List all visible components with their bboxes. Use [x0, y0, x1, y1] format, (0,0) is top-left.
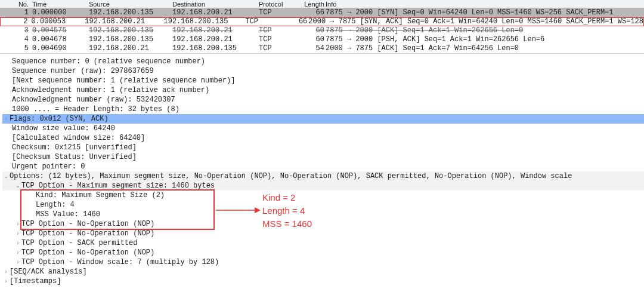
collapse-icon[interactable]: ⌄: [2, 171, 10, 181]
detail-text: Length: 4: [36, 200, 75, 210]
cell-no: 4: [2, 35, 32, 44]
cell-len: 66: [304, 8, 326, 17]
col-length[interactable]: Length: [304, 0, 326, 8]
detail-text: [Next sequence number: 1 (relative seque…: [12, 76, 235, 85]
detail-line[interactable]: › TCP Option - SACK permitted: [2, 238, 644, 248]
cell-src: 192.168.200.21: [85, 18, 163, 26]
cell-len: 60: [304, 35, 326, 44]
detail-line[interactable]: Sequence number (raw): 2978637659: [2, 66, 644, 76]
cell-dst: 192.168.200.135: [172, 44, 259, 53]
packet-row[interactable]: 3 0.004575 192.168.200.135 192.168.200.2…: [0, 26, 644, 35]
cell-src: 192.168.200.135: [89, 8, 172, 17]
detail-text: [Calculated window size: 64240]: [12, 133, 145, 143]
annotation-length: Length = 4: [262, 204, 312, 217]
detail-text: Options: (12 bytes), Maximum segment siz…: [10, 171, 572, 181]
cell-len: 60: [304, 26, 326, 35]
detail-text: TCP Option - SACK permitted: [21, 238, 137, 248]
cell-proto: TCP: [259, 44, 304, 53]
col-time[interactable]: Time: [32, 0, 89, 8]
detail-text: TCP Option - No-Operation (NOP): [21, 219, 154, 229]
detail-line[interactable]: Acknowledgment number: 1 (relative ack n…: [2, 85, 644, 95]
cell-info: 2000 → 7875 [ACK] Seq=1 Ack=7 Win=64256 …: [326, 44, 644, 53]
expand-icon[interactable]: ›: [2, 114, 10, 124]
cell-proto: TCP: [245, 18, 287, 26]
detail-text: Window size value: 64240: [12, 124, 115, 133]
expand-icon[interactable]: ›: [14, 248, 21, 257]
detail-text: TCP Option - No-Operation (NOP): [21, 248, 154, 257]
cell-info: 7875 → 2000 [ACK] Seq=1 Ack=1 Win=262656…: [326, 26, 644, 35]
detail-line[interactable]: Window size value: 64240: [2, 124, 644, 133]
detail-text: Acknowledgment number: 1 (relative ack n…: [12, 85, 209, 95]
detail-line[interactable]: [Next sequence number: 1 (relative seque…: [2, 76, 644, 85]
expand-icon[interactable]: ›: [14, 219, 21, 229]
cell-no: 2: [3, 18, 32, 26]
col-source[interactable]: Source: [89, 0, 172, 8]
cell-info: 2000 → 7875 [SYN, ACK] Seq=0 Ack=1 Win=6…: [308, 18, 643, 26]
detail-line[interactable]: › [SEQ/ACK analysis]: [2, 267, 644, 277]
packet-row[interactable]: 4 0.004678 192.168.200.135 192.168.200.2…: [0, 35, 644, 44]
cell-src: 192.168.200.135: [89, 35, 172, 44]
annotation-mss: MSS = 1460: [262, 217, 312, 231]
detail-text: Sequence number: 0 (relative sequence nu…: [12, 57, 205, 66]
detail-line[interactable]: MSS Value: 1460: [2, 210, 644, 219]
detail-line[interactable]: › [Timestamps]: [2, 277, 644, 286]
cell-src: 192.168.200.135: [89, 26, 172, 35]
detail-line[interactable]: › TCP Option - Window scale: 7 (multiply…: [2, 257, 644, 267]
detail-options[interactable]: ⌄ Options: (12 bytes), Maximum segment s…: [2, 171, 644, 181]
detail-text: Flags: 0x012 (SYN, ACK): [10, 114, 109, 124]
detail-text: Checksum: 0x1215 [unverified]: [12, 143, 137, 152]
detail-line[interactable]: › TCP Option - No-Operation (NOP): [2, 248, 644, 257]
detail-line[interactable]: Checksum: 0x1215 [unverified]: [2, 143, 644, 152]
cell-proto: TCP: [259, 8, 304, 17]
packet-row[interactable]: 5 0.004690 192.168.200.21 192.168.200.13…: [0, 44, 644, 53]
detail-text: [Checksum Status: Unverified]: [12, 152, 137, 162]
detail-text: 1000 .... = Header Length: 32 bytes (8): [12, 105, 179, 114]
cell-dst: 192.168.200.21: [172, 8, 259, 17]
annotation-kind: Kind = 2: [262, 191, 312, 204]
detail-line[interactable]: Acknowledgment number (raw): 532420307: [2, 95, 644, 105]
cell-time: 0.004575: [32, 26, 89, 35]
expand-icon[interactable]: ›: [2, 267, 10, 277]
detail-line[interactable]: Sequence number: 0 (relative sequence nu…: [2, 57, 644, 66]
detail-text: MSS Value: 1460: [36, 210, 100, 219]
detail-line[interactable]: › TCP Option - No-Operation (NOP): [2, 229, 644, 238]
detail-text: TCP Option - Window scale: 7 (multiply b…: [21, 257, 219, 267]
expand-icon[interactable]: ›: [14, 238, 21, 248]
detail-mss-option[interactable]: ⌄ TCP Option - Maximum segment size: 146…: [2, 181, 644, 191]
detail-text: [Timestamps]: [10, 277, 61, 286]
detail-text: Urgent pointer: 0: [12, 162, 85, 171]
detail-line[interactable]: Kind: Maximum Segment Size (2): [2, 191, 644, 200]
cell-dst: 192.168.200.135: [163, 18, 245, 26]
expand-icon[interactable]: ›: [14, 257, 21, 267]
packet-row[interactable]: 2 0.000053 192.168.200.21 192.168.200.13…: [0, 17, 644, 26]
detail-text: Sequence number (raw): 2978637659: [12, 66, 154, 76]
col-proto[interactable]: Protocol: [259, 0, 304, 8]
detail-line[interactable]: Length: 4: [2, 200, 644, 210]
expand-icon[interactable]: ›: [14, 229, 21, 238]
detail-line[interactable]: [Calculated window size: 64240]: [2, 133, 644, 143]
detail-flags[interactable]: › Flags: 0x012 (SYN, ACK): [2, 114, 644, 124]
cell-time: 0.000053: [32, 18, 85, 26]
detail-line[interactable]: › TCP Option - No-Operation (NOP): [2, 219, 644, 229]
detail-line[interactable]: Urgent pointer: 0: [2, 162, 644, 171]
cell-info: 7875 → 2000 [PSH, ACK] Seq=1 Ack=1 Win=2…: [326, 35, 644, 44]
packet-row[interactable]: 1 0.000000 192.168.200.135 192.168.200.2…: [0, 8, 644, 17]
col-no[interactable]: No.: [2, 0, 32, 8]
col-dest[interactable]: Destination: [172, 0, 259, 8]
detail-line[interactable]: 1000 .... = Header Length: 32 bytes (8): [2, 105, 644, 114]
detail-text: Kind: Maximum Segment Size (2): [36, 191, 165, 200]
collapse-icon[interactable]: ⌄: [14, 181, 21, 191]
packet-details: Sequence number: 0 (relative sequence nu…: [0, 54, 644, 304]
cell-len: 66: [287, 18, 308, 26]
cell-no: 1: [2, 8, 32, 17]
detail-line[interactable]: [Checksum Status: Unverified]: [2, 152, 644, 162]
cell-dst: 192.168.200.21: [172, 35, 259, 44]
col-info[interactable]: Info: [326, 0, 644, 8]
cell-len: 54: [304, 44, 326, 53]
expand-icon[interactable]: ›: [2, 277, 10, 286]
cell-proto: TCP: [259, 26, 304, 35]
annotation-text: Kind = 2 Length = 4 MSS = 1460: [262, 191, 312, 231]
cell-dst: 192.168.200.21: [172, 26, 259, 35]
cell-no: 5: [2, 44, 32, 53]
cell-time: 0.004678: [32, 35, 89, 44]
